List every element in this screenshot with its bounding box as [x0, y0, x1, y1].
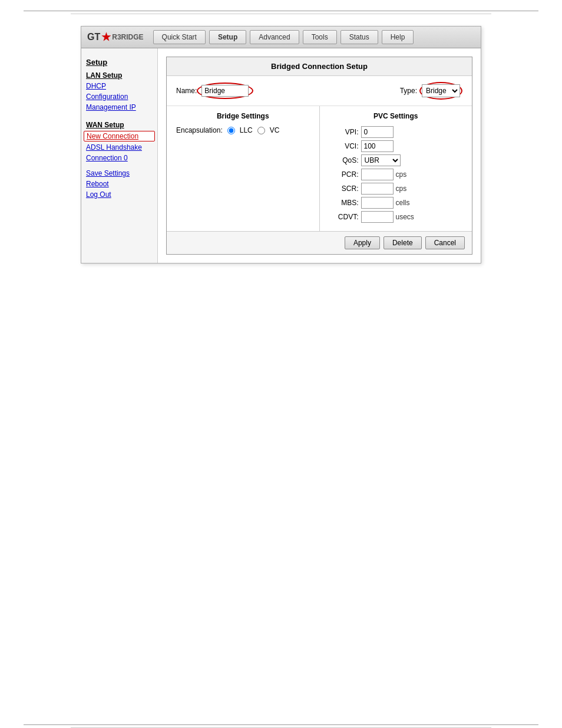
- sidebar-divider-1: [81, 113, 157, 117]
- vpi-label: VPI:: [329, 128, 359, 136]
- vpi-input[interactable]: [361, 126, 394, 138]
- vci-label: VCI:: [329, 142, 359, 150]
- nav-tools[interactable]: Tools: [303, 30, 337, 44]
- logo-gt: GT: [87, 32, 100, 42]
- cdvt-label: CDVT:: [329, 213, 359, 221]
- apply-button[interactable]: Apply: [345, 236, 380, 249]
- name-input[interactable]: [201, 85, 249, 97]
- top-decorative-line-1: [24, 11, 538, 11]
- vpi-row: VPI:: [329, 126, 463, 138]
- cancel-button[interactable]: Cancel: [425, 236, 465, 249]
- pvc-settings-panel: PVC Settings VPI: VCI:: [320, 106, 472, 231]
- logo-area: GT ★ R3RIDGE: [87, 31, 144, 44]
- encap-llc-radio[interactable]: [227, 127, 235, 134]
- settings-columns: Bridge Settings Encapsulation: LLC VC: [167, 106, 472, 231]
- type-field-group: Type: Bridge PPPoE PPPoA IPoA MER: [400, 82, 462, 100]
- encapsulation-label: Encapsulation:: [176, 126, 223, 134]
- cdvt-input[interactable]: [361, 211, 394, 223]
- qos-row: QoS: UBR CBR VBR-rt VBR-nrt: [329, 154, 463, 166]
- sidebar-lan-setup-title: LAN Setup: [81, 68, 157, 81]
- logo-text: GT ★ R3RIDGE: [87, 31, 144, 44]
- sidebar-divider-2: [81, 163, 157, 168]
- main-content: Setup LAN Setup DHCP Configuration Manag…: [81, 48, 481, 263]
- encap-llc-label: LLC: [240, 126, 253, 134]
- type-highlight-circle: Bridge PPPoE PPPoA IPoA MER: [419, 82, 462, 100]
- sidebar-wan-setup-title: WAN Setup: [81, 117, 157, 130]
- nav-bar: GT ★ R3RIDGE Quick Start Setup Advanced …: [81, 27, 481, 48]
- router-ui-container: GT ★ R3RIDGE Quick Start Setup Advanced …: [81, 26, 481, 263]
- nav-status[interactable]: Status: [340, 30, 378, 44]
- delete-button[interactable]: Delete: [384, 236, 422, 249]
- sidebar-item-reboot[interactable]: Reboot: [81, 179, 157, 189]
- cdvt-row: CDVT: usecs: [329, 211, 463, 223]
- sidebar-item-dhcp[interactable]: DHCP: [81, 81, 157, 91]
- pcr-label: PCR:: [329, 170, 359, 179]
- mbs-input[interactable]: [361, 197, 394, 209]
- encap-vc-radio[interactable]: [257, 127, 265, 134]
- qos-label: QoS:: [329, 156, 359, 164]
- logo-star-icon: ★: [101, 31, 111, 44]
- logo-rbridge: R3RIDGE: [112, 33, 143, 41]
- pvc-settings-title: PVC Settings: [329, 112, 463, 120]
- sidebar-item-log-out[interactable]: Log Out: [81, 189, 157, 200]
- name-type-row: Name: Type: Bridge: [167, 76, 472, 106]
- sidebar-item-new-connection[interactable]: New Connection: [84, 131, 155, 141]
- vci-input[interactable]: [361, 140, 394, 152]
- encap-vc-label: VC: [270, 126, 280, 134]
- type-label: Type:: [400, 87, 417, 95]
- form-title: Bridged Connection Setup: [167, 57, 472, 76]
- mbs-unit: cells: [396, 199, 410, 207]
- name-label: Name:: [176, 87, 197, 95]
- bridge-settings-title: Bridge Settings: [176, 112, 310, 120]
- qos-select[interactable]: UBR CBR VBR-rt VBR-nrt: [361, 154, 401, 166]
- scr-unit: cps: [396, 185, 407, 193]
- pcr-unit: cps: [396, 170, 407, 179]
- sidebar-item-management-ip[interactable]: Management IP: [81, 102, 157, 113]
- encapsulation-row: Encapsulation: LLC VC: [176, 126, 310, 134]
- cdvt-unit: usecs: [396, 213, 414, 221]
- sidebar-section-title: Setup: [81, 54, 157, 68]
- scr-label: SCR:: [329, 185, 359, 193]
- nav-help[interactable]: Help: [382, 30, 414, 44]
- page: GT ★ R3RIDGE Quick Start Setup Advanced …: [0, 0, 562, 728]
- nav-setup[interactable]: Setup: [209, 30, 246, 44]
- sidebar-item-adsl-handshake[interactable]: ADSL Handshake: [81, 142, 157, 153]
- action-bar: Apply Delete Cancel: [167, 231, 472, 254]
- sidebar: Setup LAN Setup DHCP Configuration Manag…: [81, 48, 158, 263]
- bottom-decorative-line-1: [24, 724, 538, 725]
- pcr-row: PCR: cps: [329, 169, 463, 180]
- scr-row: SCR: cps: [329, 183, 463, 195]
- nav-advanced[interactable]: Advanced: [250, 30, 299, 44]
- content-area: Bridged Connection Setup Name:: [158, 48, 481, 263]
- sidebar-item-save-settings[interactable]: Save Settings: [81, 168, 157, 179]
- sidebar-item-configuration[interactable]: Configuration: [81, 91, 157, 102]
- mbs-label: MBS:: [329, 199, 359, 207]
- scr-input[interactable]: [361, 183, 394, 195]
- nav-quick-start[interactable]: Quick Start: [153, 30, 206, 44]
- name-field-group: Name:: [176, 83, 253, 99]
- content-zone: GT ★ R3RIDGE Quick Start Setup Advanced …: [0, 14, 562, 724]
- name-highlight-circle: [197, 83, 253, 99]
- vci-row: VCI:: [329, 140, 463, 152]
- bridge-settings-panel: Bridge Settings Encapsulation: LLC VC: [167, 106, 320, 231]
- form-panel: Bridged Connection Setup Name:: [166, 57, 472, 255]
- sidebar-item-connection-0[interactable]: Connection 0: [81, 153, 157, 163]
- pcr-input[interactable]: [361, 169, 394, 180]
- mbs-row: MBS: cells: [329, 197, 463, 209]
- type-select[interactable]: Bridge PPPoE PPPoA IPoA MER: [422, 84, 460, 97]
